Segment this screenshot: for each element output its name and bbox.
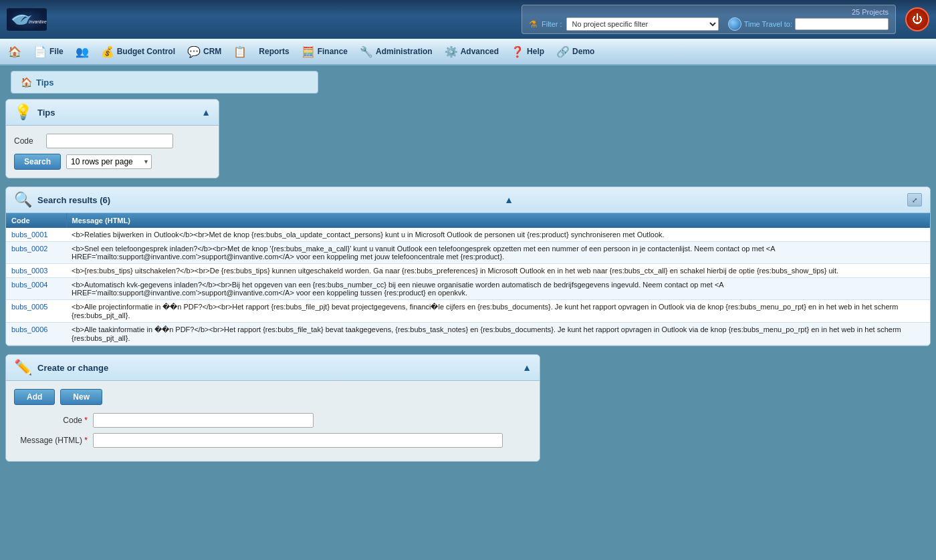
budget-icon: 💰 xyxy=(101,45,114,58)
nav-crm-label: CRM xyxy=(203,47,221,56)
filter-row: ⚗ Filter : No project specific filter Ti… xyxy=(529,17,889,31)
result-code-link[interactable]: bubs_0001 xyxy=(11,231,47,239)
code-label-text: Code xyxy=(63,416,84,425)
tips-body: Code Search 10 rows per page 25 rows per… xyxy=(6,126,219,178)
filter-select[interactable]: No project specific filter xyxy=(566,17,719,31)
nav-file[interactable]: 📄 File xyxy=(28,43,69,61)
breadcrumb-text: Tips xyxy=(36,78,54,88)
nav-demo-label: Demo xyxy=(572,47,594,56)
header-right: 25 Projects ⚗ Filter : No project specif… xyxy=(521,5,929,34)
result-code-link[interactable]: bubs_0005 xyxy=(11,303,47,311)
result-message-cell: <b>Alle projectinformatie in ��n PDF?</b… xyxy=(66,300,930,323)
result-code-link[interactable]: bubs_0002 xyxy=(11,245,47,253)
tips-code-input[interactable] xyxy=(46,134,173,148)
tips-section-header: 💡 Tips ▲ xyxy=(6,100,219,126)
search-button[interactable]: Search xyxy=(14,154,61,170)
create-body: Add New Code * Message (HTML) * xyxy=(6,381,540,461)
result-message-cell: <b>Automatisch kvk-gegevens inladen?</b>… xyxy=(66,278,930,300)
results-collapse-button[interactable]: ▲ xyxy=(504,194,513,205)
search-results-title: Search results (6) xyxy=(37,195,110,205)
file-icon: 📄 xyxy=(33,45,47,58)
nav-home[interactable]: 🏠 xyxy=(3,43,27,61)
nav-admin[interactable]: 🔧 Administration xyxy=(354,43,438,61)
main-content: 🏠 Tips 💡 Tips ▲ Code Search 10 rows per … xyxy=(0,71,936,475)
results-table-body: bubs_0001<b>Relaties bijwerken in Outloo… xyxy=(6,228,930,345)
tips-icon: 💡 xyxy=(14,104,32,121)
table-row[interactable]: bubs_0006<b>Alle taakinformatie in ��n P… xyxy=(6,323,930,345)
globe-icon xyxy=(728,17,741,31)
search-results-icon: 🔍 xyxy=(14,191,32,208)
tips-panel: 💡 Tips ▲ Code Search 10 rows per page 25… xyxy=(5,99,219,178)
timetravel-input[interactable] xyxy=(795,18,889,30)
help-icon: ❓ xyxy=(511,45,524,58)
nav-reports[interactable]: Reports xyxy=(253,44,294,59)
nav-budget-label: Budget Control xyxy=(117,47,175,56)
result-code-cell: bubs_0005 xyxy=(6,300,66,323)
table-row[interactable]: bubs_0002<b>Snel een telefoongesprek inl… xyxy=(6,242,930,264)
table-row[interactable]: bubs_0004<b>Automatisch kvk-gegevens inl… xyxy=(6,278,930,300)
rows-per-page-select[interactable]: 10 rows per page 25 rows per page 50 row… xyxy=(66,154,152,169)
tips-title: Tips xyxy=(37,108,55,118)
result-code-cell: bubs_0002 xyxy=(6,242,66,264)
advanced-icon: ⚙️ xyxy=(445,45,458,58)
nav-tasks[interactable]: 📋 xyxy=(228,43,252,61)
create-icon: ✏️ xyxy=(14,359,32,376)
result-message-cell: <b>Snel een telefoongesprek inladen?</b>… xyxy=(66,242,930,264)
table-row[interactable]: bubs_0003<b>{res:bubs_tips} uitschakelen… xyxy=(6,264,930,278)
nav-crm[interactable]: 💬 CRM xyxy=(182,43,227,61)
result-message-cell: <b>{res:bubs_tips} uitschakelen?</b><br>… xyxy=(66,264,930,278)
create-section-header: ✏️ Create or change ▲ xyxy=(6,355,540,381)
search-results-panel: 🔍 Search results (6) ▲ ⤢ Code Message (H… xyxy=(5,186,931,346)
table-row[interactable]: bubs_0001<b>Relaties bijwerken in Outloo… xyxy=(6,228,930,242)
rows-select-wrapper: 10 rows per page 25 rows per page 50 row… xyxy=(66,154,152,169)
breadcrumb: 🏠 Tips xyxy=(11,71,318,94)
tips-collapse-button[interactable]: ▲ xyxy=(201,107,211,118)
admin-icon: 🔧 xyxy=(360,45,373,58)
results-expand-button[interactable]: ⤢ xyxy=(907,193,922,206)
breadcrumb-home-icon: 🏠 xyxy=(21,77,32,88)
nav-help[interactable]: ❓ Help xyxy=(505,43,550,61)
logo-icon: invantive xyxy=(7,6,47,33)
message-required-star: * xyxy=(84,436,88,445)
result-code-link[interactable]: bubs_0004 xyxy=(11,281,47,289)
create-collapse-button[interactable]: ▲ xyxy=(522,362,532,373)
nav-help-label: Help xyxy=(527,47,544,56)
logo-area: invantive xyxy=(7,6,114,33)
message-field-input[interactable] xyxy=(93,433,503,448)
code-field-label: Code * xyxy=(14,416,88,425)
code-required-star: * xyxy=(84,416,88,425)
create-panel: ✏️ Create or change ▲ Add New Code * Mes… xyxy=(5,354,540,462)
demo-icon: 🔗 xyxy=(556,45,570,58)
power-button[interactable]: ⏻ xyxy=(905,7,929,31)
nav-finance-label: Finance xyxy=(318,47,348,56)
svg-text:invantive: invantive xyxy=(29,19,47,24)
nav-file-label: File xyxy=(49,47,64,56)
result-code-cell: bubs_0006 xyxy=(6,323,66,345)
result-code-link[interactable]: bubs_0006 xyxy=(11,325,47,333)
new-button[interactable]: New xyxy=(60,389,102,405)
nav-advanced[interactable]: ⚙️ Advanced xyxy=(439,43,504,61)
search-results-body: Code Message (HTML) bubs_0001<b>Relaties… xyxy=(6,213,930,345)
message-field-label: Message (HTML) * xyxy=(14,436,88,445)
header: invantive 25 Projects ⚗ Filter : No proj… xyxy=(0,0,936,39)
nav-budget-control[interactable]: 💰 Budget Control xyxy=(96,43,181,61)
result-code-link[interactable]: bubs_0003 xyxy=(11,267,47,275)
projects-count: 25 Projects xyxy=(852,8,889,16)
table-row[interactable]: bubs_0005<b>Alle projectinformatie in ��… xyxy=(6,300,930,323)
message-label-text: Message (HTML) xyxy=(20,436,84,445)
code-field-input[interactable] xyxy=(93,413,314,428)
create-buttons: Add New xyxy=(14,389,532,405)
result-message-cell: <b>Alle taakinformatie in ��n PDF?</b><b… xyxy=(66,323,930,345)
filter-icon: ⚗ xyxy=(529,19,538,29)
code-field-row: Code * xyxy=(14,413,532,428)
message-field-row: Message (HTML) * xyxy=(14,433,532,448)
result-code-cell: bubs_0001 xyxy=(6,228,66,242)
nav-relations[interactable]: 👥 xyxy=(70,43,94,61)
result-message-cell: <b>Relaties bijwerken in Outlook</b><br>… xyxy=(66,228,930,242)
add-button[interactable]: Add xyxy=(14,389,55,405)
finance-icon: 🧮 xyxy=(302,45,315,58)
tips-form: Code Search 10 rows per page 25 rows per… xyxy=(14,134,211,170)
tips-buttons-row: Search 10 rows per page 25 rows per page… xyxy=(14,154,211,170)
nav-finance[interactable]: 🧮 Finance xyxy=(296,43,353,61)
nav-demo[interactable]: 🔗 Demo xyxy=(551,43,600,61)
